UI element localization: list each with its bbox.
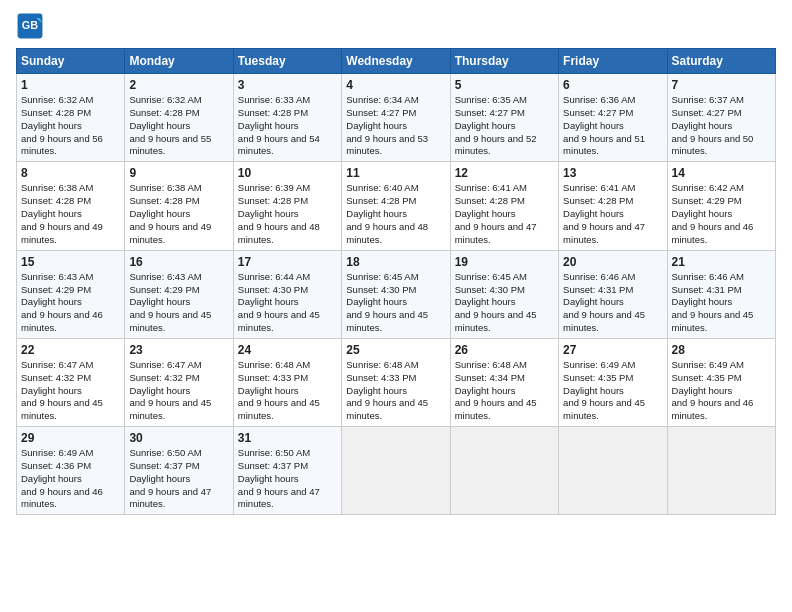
daylight-duration: and 9 hours and 45 minutes. [563, 397, 645, 421]
day-number: 14 [672, 165, 771, 181]
daylight-duration: and 9 hours and 48 minutes. [346, 221, 428, 245]
daylight-duration: and 9 hours and 53 minutes. [346, 133, 428, 157]
daylight-label: Daylight hours [455, 120, 516, 131]
daylight-label: Daylight hours [346, 296, 407, 307]
daylight-label: Daylight hours [129, 120, 190, 131]
sunset-label: Sunset: 4:35 PM [563, 372, 633, 383]
daylight-duration: and 9 hours and 46 minutes. [21, 486, 103, 510]
calendar-cell: 19 Sunrise: 6:45 AM Sunset: 4:30 PM Dayl… [450, 250, 558, 338]
calendar-cell: 11 Sunrise: 6:40 AM Sunset: 4:28 PM Dayl… [342, 162, 450, 250]
day-number: 15 [21, 254, 120, 270]
daylight-label: Daylight hours [346, 120, 407, 131]
day-number: 20 [563, 254, 662, 270]
day-number: 5 [455, 77, 554, 93]
calendar-cell: 31 Sunrise: 6:50 AM Sunset: 4:37 PM Dayl… [233, 427, 341, 515]
header-tuesday: Tuesday [233, 49, 341, 74]
daylight-label: Daylight hours [21, 473, 82, 484]
sunrise-label: Sunrise: 6:38 AM [21, 182, 93, 193]
sunset-label: Sunset: 4:31 PM [563, 284, 633, 295]
week-row: 15 Sunrise: 6:43 AM Sunset: 4:29 PM Dayl… [17, 250, 776, 338]
daylight-label: Daylight hours [563, 208, 624, 219]
calendar-cell [342, 427, 450, 515]
daylight-label: Daylight hours [455, 208, 516, 219]
sunrise-label: Sunrise: 6:34 AM [346, 94, 418, 105]
sunrise-label: Sunrise: 6:49 AM [21, 447, 93, 458]
sunrise-label: Sunrise: 6:41 AM [563, 182, 635, 193]
header-monday: Monday [125, 49, 233, 74]
sunrise-label: Sunrise: 6:39 AM [238, 182, 310, 193]
sunset-label: Sunset: 4:28 PM [455, 195, 525, 206]
calendar-cell: 17 Sunrise: 6:44 AM Sunset: 4:30 PM Dayl… [233, 250, 341, 338]
sunrise-label: Sunrise: 6:32 AM [21, 94, 93, 105]
daylight-duration: and 9 hours and 46 minutes. [672, 221, 754, 245]
daylight-duration: and 9 hours and 45 minutes. [346, 309, 428, 333]
day-number: 25 [346, 342, 445, 358]
sunrise-label: Sunrise: 6:43 AM [129, 271, 201, 282]
week-row: 22 Sunrise: 6:47 AM Sunset: 4:32 PM Dayl… [17, 338, 776, 426]
calendar-cell: 21 Sunrise: 6:46 AM Sunset: 4:31 PM Dayl… [667, 250, 775, 338]
daylight-label: Daylight hours [21, 385, 82, 396]
calendar-cell: 6 Sunrise: 6:36 AM Sunset: 4:27 PM Dayli… [559, 74, 667, 162]
sunset-label: Sunset: 4:29 PM [21, 284, 91, 295]
header-wednesday: Wednesday [342, 49, 450, 74]
day-number: 19 [455, 254, 554, 270]
sunset-label: Sunset: 4:27 PM [672, 107, 742, 118]
sunrise-label: Sunrise: 6:35 AM [455, 94, 527, 105]
sunset-label: Sunset: 4:28 PM [346, 195, 416, 206]
sunset-label: Sunset: 4:28 PM [563, 195, 633, 206]
daylight-label: Daylight hours [563, 296, 624, 307]
calendar-cell [450, 427, 558, 515]
daylight-label: Daylight hours [21, 120, 82, 131]
sunset-label: Sunset: 4:32 PM [129, 372, 199, 383]
sunrise-label: Sunrise: 6:46 AM [563, 271, 635, 282]
sunset-label: Sunset: 4:30 PM [346, 284, 416, 295]
sunset-label: Sunset: 4:28 PM [21, 195, 91, 206]
svg-text:GB: GB [22, 19, 38, 31]
header-thursday: Thursday [450, 49, 558, 74]
calendar-cell: 27 Sunrise: 6:49 AM Sunset: 4:35 PM Dayl… [559, 338, 667, 426]
header-row: GB [16, 12, 776, 40]
daylight-duration: and 9 hours and 45 minutes. [129, 397, 211, 421]
daylight-duration: and 9 hours and 51 minutes. [563, 133, 645, 157]
daylight-label: Daylight hours [672, 120, 733, 131]
day-number: 22 [21, 342, 120, 358]
daylight-duration: and 9 hours and 49 minutes. [21, 221, 103, 245]
daylight-duration: and 9 hours and 47 minutes. [129, 486, 211, 510]
sunrise-label: Sunrise: 6:50 AM [129, 447, 201, 458]
calendar-cell: 24 Sunrise: 6:48 AM Sunset: 4:33 PM Dayl… [233, 338, 341, 426]
calendar-cell: 20 Sunrise: 6:46 AM Sunset: 4:31 PM Dayl… [559, 250, 667, 338]
sunrise-label: Sunrise: 6:38 AM [129, 182, 201, 193]
sunrise-label: Sunrise: 6:37 AM [672, 94, 744, 105]
daylight-duration: and 9 hours and 47 minutes. [563, 221, 645, 245]
calendar-cell [667, 427, 775, 515]
day-number: 6 [563, 77, 662, 93]
day-number: 31 [238, 430, 337, 446]
daylight-label: Daylight hours [21, 208, 82, 219]
calendar-header: SundayMondayTuesdayWednesdayThursdayFrid… [17, 49, 776, 74]
calendar-cell: 22 Sunrise: 6:47 AM Sunset: 4:32 PM Dayl… [17, 338, 125, 426]
calendar-cell: 29 Sunrise: 6:49 AM Sunset: 4:36 PM Dayl… [17, 427, 125, 515]
week-row: 8 Sunrise: 6:38 AM Sunset: 4:28 PM Dayli… [17, 162, 776, 250]
sunrise-label: Sunrise: 6:49 AM [563, 359, 635, 370]
calendar-cell: 14 Sunrise: 6:42 AM Sunset: 4:29 PM Dayl… [667, 162, 775, 250]
sunrise-label: Sunrise: 6:45 AM [346, 271, 418, 282]
sunset-label: Sunset: 4:30 PM [238, 284, 308, 295]
calendar-cell: 1 Sunrise: 6:32 AM Sunset: 4:28 PM Dayli… [17, 74, 125, 162]
daylight-label: Daylight hours [129, 473, 190, 484]
week-row: 1 Sunrise: 6:32 AM Sunset: 4:28 PM Dayli… [17, 74, 776, 162]
daylight-duration: and 9 hours and 47 minutes. [238, 486, 320, 510]
daylight-label: Daylight hours [563, 120, 624, 131]
daylight-label: Daylight hours [346, 385, 407, 396]
calendar-cell: 13 Sunrise: 6:41 AM Sunset: 4:28 PM Dayl… [559, 162, 667, 250]
daylight-duration: and 9 hours and 49 minutes. [129, 221, 211, 245]
day-number: 1 [21, 77, 120, 93]
calendar-cell: 2 Sunrise: 6:32 AM Sunset: 4:28 PM Dayli… [125, 74, 233, 162]
day-number: 4 [346, 77, 445, 93]
daylight-duration: and 9 hours and 45 minutes. [455, 309, 537, 333]
daylight-label: Daylight hours [129, 208, 190, 219]
sunset-label: Sunset: 4:36 PM [21, 460, 91, 471]
day-number: 8 [21, 165, 120, 181]
logo: GB [16, 12, 48, 40]
sunrise-label: Sunrise: 6:42 AM [672, 182, 744, 193]
day-number: 12 [455, 165, 554, 181]
